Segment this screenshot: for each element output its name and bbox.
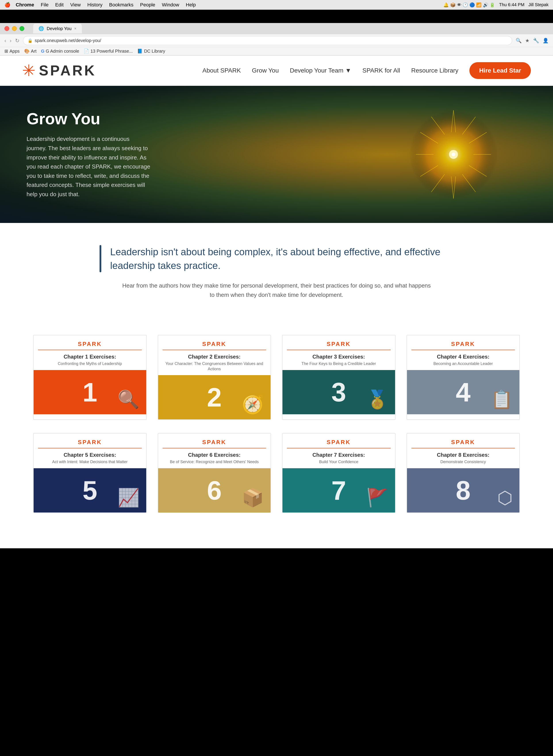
bookmark-art[interactable]: 🎨 Art bbox=[24, 49, 37, 54]
card-chapter-8[interactable]: SPARK Chapter 8 Exercises: Demonstrate C… bbox=[407, 433, 520, 513]
nav-resource[interactable]: Resource Library bbox=[411, 67, 458, 74]
bookmark-icon[interactable]: ★ bbox=[525, 38, 530, 44]
card-8-number: 8 bbox=[456, 477, 471, 504]
url-bar[interactable]: 🔒 spark.oneupweb.net/develop-you/ bbox=[23, 36, 512, 45]
quote-bar bbox=[99, 245, 101, 272]
card-1-subtitle: Confronting the Myths of Leadership bbox=[38, 361, 142, 366]
tab-close-button[interactable]: × bbox=[74, 26, 77, 31]
apps-icon: ⊞ bbox=[4, 49, 8, 54]
card-6-brand: SPARK bbox=[163, 439, 266, 448]
quote-text: Leadership isn't about being complex, it… bbox=[110, 245, 454, 272]
card-3-number: 3 bbox=[331, 379, 346, 405]
bookmark-gadmin[interactable]: G G Admin console bbox=[41, 49, 79, 54]
hero-sparkle-image bbox=[398, 99, 509, 210]
hire-button[interactable]: Hire Lead Star bbox=[469, 62, 531, 79]
user-name: Jill Stepak bbox=[529, 2, 549, 7]
card-4-image: 4 📋 bbox=[407, 370, 520, 414]
menu-edit[interactable]: Edit bbox=[55, 2, 64, 8]
menu-bookmarks[interactable]: Bookmarks bbox=[109, 2, 133, 8]
bookmark-apps[interactable]: ⊞ Apps bbox=[4, 49, 20, 54]
card-chapter-6[interactable]: SPARK Chapter 6 Exercises: Be of Service… bbox=[158, 433, 271, 513]
card-chapter-1[interactable]: SPARK Chapter 1 Exercises: Confronting t… bbox=[33, 335, 147, 420]
search-icon[interactable]: 🔍 bbox=[516, 38, 522, 44]
card-8-image: 8 ⬡ bbox=[407, 468, 520, 512]
extensions-icon[interactable]: 🔧 bbox=[533, 38, 539, 44]
hexagon-icon: ⬡ bbox=[497, 488, 513, 508]
apple-logo[interactable]: 🍎 bbox=[4, 2, 10, 8]
card-1-brand: SPARK bbox=[38, 341, 142, 350]
card-1-number: 1 bbox=[82, 379, 97, 405]
forward-button[interactable]: › bbox=[10, 37, 11, 44]
url-text: spark.oneupweb.net/develop-you/ bbox=[35, 38, 101, 43]
menu-view[interactable]: View bbox=[70, 2, 81, 8]
hero-content: Grow You Leadership development is a con… bbox=[0, 96, 177, 212]
bookmark-dc[interactable]: 📘 DC Library bbox=[137, 49, 165, 54]
flag-icon: 🚩 bbox=[366, 487, 388, 508]
card-chapter-2[interactable]: SPARK Chapter 2 Exercises: Your Characte… bbox=[158, 335, 271, 420]
card-3-brand: SPARK bbox=[287, 341, 391, 350]
cards-grid-row1: SPARK Chapter 1 Exercises: Confronting t… bbox=[33, 335, 520, 420]
clipboard-icon: 📋 bbox=[491, 389, 513, 410]
active-tab[interactable]: 🌐 Develop You × bbox=[33, 24, 82, 33]
medal-icon: 🏅 bbox=[366, 389, 388, 410]
tab-favicon: 🌐 bbox=[38, 26, 44, 31]
mac-menubar: 🍎 Chrome File Edit View History Bookmark… bbox=[0, 0, 553, 10]
compass-icon: 🧭 bbox=[242, 394, 264, 415]
minimize-button[interactable] bbox=[12, 26, 17, 31]
card-7-image: 7 🚩 bbox=[283, 468, 395, 512]
card-8-subtitle: Demonstrate Consistency bbox=[411, 459, 515, 465]
logo-area: ✳ SPARK bbox=[22, 62, 96, 79]
card-chapter-4[interactable]: SPARK Chapter 4 Exercises: Becoming an A… bbox=[407, 335, 520, 420]
card-5-subtitle: Act with Intent: Make Decisions that Mat… bbox=[38, 459, 142, 465]
hero-section: Grow You Leadership development is a con… bbox=[0, 86, 553, 223]
website: ✳ SPARK About SPARK Grow You Develop You… bbox=[0, 56, 553, 548]
back-button[interactable]: ‹ bbox=[4, 37, 6, 44]
art-icon: 🎨 bbox=[24, 49, 30, 54]
menu-people[interactable]: People bbox=[140, 2, 155, 8]
cards-section: SPARK Chapter 1 Exercises: Confronting t… bbox=[0, 322, 553, 548]
card-2-subtitle: Your Character: The Congruences Between … bbox=[163, 361, 266, 371]
card-4-subtitle: Becoming an Accountable Leader bbox=[411, 361, 515, 366]
tab-bar: 🌐 Develop You × bbox=[0, 23, 553, 34]
menu-file[interactable]: File bbox=[41, 2, 49, 8]
card-6-subtitle: Be of Service: Recognize and Meet Others… bbox=[163, 459, 266, 465]
phrases-icon: 📄 bbox=[84, 49, 89, 54]
card-7-number: 7 bbox=[331, 477, 346, 504]
card-3-chapter: Chapter 3 Exercises: bbox=[287, 354, 391, 360]
nav-develop[interactable]: Develop Your Team ▼ bbox=[290, 67, 351, 74]
hero-description: Leadership development is a continuous j… bbox=[26, 135, 150, 199]
chart-icon: 📈 bbox=[117, 487, 140, 508]
card-2-image: 2 🧭 bbox=[158, 375, 271, 419]
card-3-subtitle: The Four Keys to Being a Credible Leader bbox=[287, 361, 391, 366]
box-icon: 📦 bbox=[242, 487, 264, 508]
nav-grow[interactable]: Grow You bbox=[252, 67, 279, 74]
card-chapter-5[interactable]: SPARK Chapter 5 Exercises: Act with Inte… bbox=[33, 433, 147, 513]
card-5-brand: SPARK bbox=[38, 439, 142, 448]
card-7-chapter: Chapter 7 Exercises: bbox=[287, 452, 391, 458]
card-chapter-7[interactable]: SPARK Chapter 7 Exercises: Build Your Co… bbox=[282, 433, 396, 513]
hero-title: Grow You bbox=[26, 110, 150, 128]
menu-window[interactable]: Window bbox=[162, 2, 179, 8]
menu-help[interactable]: Help bbox=[186, 2, 196, 8]
nav-forall[interactable]: SPARK for All bbox=[362, 67, 400, 74]
card-6-number: 6 bbox=[207, 477, 222, 504]
traffic-lights[interactable] bbox=[4, 26, 24, 31]
card-chapter-3[interactable]: SPARK Chapter 3 Exercises: The Four Keys… bbox=[282, 335, 396, 420]
black-bar bbox=[0, 10, 553, 23]
fullscreen-button[interactable] bbox=[19, 26, 24, 31]
card-5-image: 5 📈 bbox=[33, 468, 146, 512]
time-display: Thu 6:44 PM bbox=[499, 2, 525, 7]
menu-chrome[interactable]: Chrome bbox=[16, 2, 34, 8]
phrases-label: 13 Powerful Phrase... bbox=[90, 49, 133, 54]
user-avatar[interactable]: 👤 bbox=[543, 38, 549, 44]
card-1-image: 1 🔍 bbox=[33, 370, 146, 414]
site-header: ✳ SPARK About SPARK Grow You Develop You… bbox=[0, 56, 553, 86]
card-7-subtitle: Build Your Confidence bbox=[287, 459, 391, 465]
nav-about[interactable]: About SPARK bbox=[203, 67, 241, 74]
reload-button[interactable]: ↻ bbox=[15, 37, 19, 44]
card-4-brand: SPARK bbox=[411, 341, 515, 350]
menu-history[interactable]: History bbox=[87, 2, 102, 8]
card-7-brand: SPARK bbox=[287, 439, 391, 448]
bookmark-phrases[interactable]: 📄 13 Powerful Phrase... bbox=[84, 49, 133, 54]
close-button[interactable] bbox=[4, 26, 9, 31]
